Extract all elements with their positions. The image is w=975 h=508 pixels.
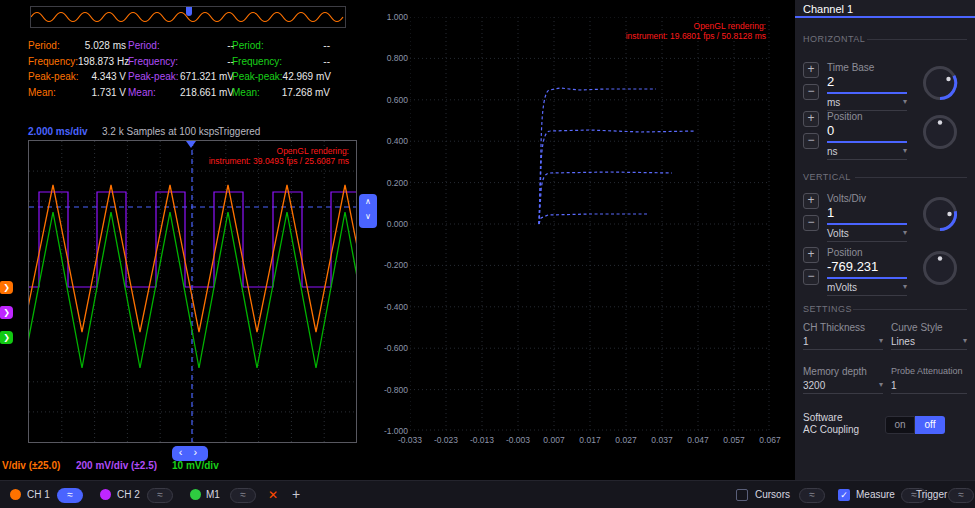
- cursors-settings-button[interactable]: ≈: [799, 488, 825, 503]
- y-tick-label: 0.200: [378, 178, 408, 188]
- measurement-value: 218.661 mV: [180, 87, 234, 98]
- move-up-icon[interactable]: ∧: [359, 194, 377, 209]
- m1-enable-dot[interactable]: [190, 489, 201, 500]
- trigger-label[interactable]: Trigger: [916, 489, 947, 500]
- y-tick-label: 1.000: [378, 12, 408, 22]
- time-base-decrement-button[interactable]: −: [803, 84, 819, 100]
- measurement-value: 17.268 mV: [282, 87, 330, 98]
- measure-label[interactable]: Measure: [856, 489, 895, 500]
- channel-mover-widget[interactable]: ∧ ∨: [359, 194, 377, 228]
- time-base-unit-dropdown[interactable]: ms ▾: [827, 97, 907, 111]
- measurement-value: 42.969 mV: [283, 71, 331, 82]
- ch1-tab[interactable]: CH 1: [27, 489, 50, 500]
- y-tick-label: 0.800: [378, 53, 408, 63]
- section-vertical: VERTICAL: [803, 172, 851, 182]
- x-tick-label: 0.007: [534, 435, 574, 445]
- section-divider: [855, 177, 967, 178]
- h-position-value[interactable]: 0: [827, 123, 834, 138]
- ch2-settings-button[interactable]: ≈: [147, 488, 173, 503]
- m1-settings-button[interactable]: ≈: [230, 488, 256, 503]
- chevron-down-icon: ▾: [879, 336, 883, 349]
- measurement-value: 4.343 V: [92, 71, 126, 82]
- curve-style-dropdown[interactable]: Lines ▾: [891, 336, 967, 350]
- time-base-unit: ms: [827, 97, 840, 110]
- measurement-value: 5.028 ms: [85, 40, 126, 51]
- ch2-tab[interactable]: CH 2: [117, 489, 140, 500]
- move-down-icon[interactable]: ∨: [359, 209, 377, 224]
- chevron-down-icon: ▾: [903, 146, 907, 159]
- chevron-down-icon: ▾: [963, 336, 967, 349]
- scope-plot-canvas: [29, 141, 356, 442]
- probe-attenuation-input[interactable]: 1: [891, 380, 967, 394]
- ac-coupling-on-button[interactable]: on: [885, 416, 915, 434]
- measurement-value: --: [323, 40, 330, 51]
- v-position-knob[interactable]: [921, 249, 959, 287]
- chevron-down-icon: ▾: [903, 282, 907, 295]
- timebase-info: 2.000 ms/div: [28, 126, 87, 137]
- ac-coupling-label-line2: AC Coupling: [803, 424, 859, 435]
- scope-scrollbar-handle[interactable]: ‹ ›: [172, 446, 208, 461]
- ch-thickness-dropdown[interactable]: 1 ▾: [803, 336, 883, 350]
- m1-offset-handle[interactable]: ❯: [0, 331, 13, 344]
- time-base-underline: [827, 92, 907, 94]
- ch1-scale-label: V/div (±25.0): [2, 460, 60, 471]
- acquisition-preview-strip[interactable]: [30, 6, 346, 28]
- volts-div-knob[interactable]: [921, 195, 959, 233]
- ch1-enable-dot[interactable]: [10, 489, 21, 500]
- h-position-decrement-button[interactable]: −: [803, 133, 819, 149]
- volts-div-unit-dropdown[interactable]: Volts ▾: [827, 228, 907, 242]
- cursors-label[interactable]: Cursors: [755, 489, 790, 500]
- h-position-unit-dropdown[interactable]: ns ▾: [827, 146, 907, 160]
- trigger-settings-button[interactable]: ≈: [948, 488, 974, 503]
- x-tick-label: -0.013: [462, 435, 502, 445]
- measure-checkbox[interactable]: ✓: [838, 489, 850, 501]
- v-position-value[interactable]: -769.231: [827, 259, 878, 274]
- volts-div-value[interactable]: 1: [827, 205, 834, 220]
- section-settings: SETTINGS: [803, 304, 852, 314]
- add-channel-icon[interactable]: +: [292, 486, 300, 502]
- h-position-knob[interactable]: [921, 113, 959, 151]
- ch2-enable-dot[interactable]: [100, 489, 111, 500]
- y-tick-label: -0.600: [378, 343, 408, 353]
- x-tick-label: 0.027: [606, 435, 646, 445]
- measurements-m1: Period:-- Frequency:-- Peak-peak:42.969 …: [232, 40, 330, 102]
- v-position-label: Position: [827, 247, 863, 258]
- preview-position-marker[interactable]: [186, 7, 192, 16]
- time-base-increment-button[interactable]: +: [803, 62, 819, 78]
- measurements-ch1: Period:5.028 ms Frequency:198.873 Hz Pea…: [28, 40, 126, 102]
- trigger-position-marker[interactable]: [186, 141, 196, 148]
- h-position-unit: ns: [827, 146, 838, 159]
- v-position-decrement-button[interactable]: −: [803, 269, 819, 285]
- xy-plot-canvas: [410, 17, 770, 431]
- settings-icon: ≈: [958, 489, 964, 500]
- xy-plot[interactable]: OpenGL rendering: instrument: 19.6801 fp…: [410, 17, 770, 431]
- v-position-increment-button[interactable]: +: [803, 247, 819, 263]
- handle-arrow-icon: ❯: [3, 308, 10, 317]
- ch-thickness-value: 1: [803, 336, 809, 349]
- probe-attenuation-value: 1: [891, 380, 897, 393]
- ch2-offset-handle[interactable]: ❯: [0, 306, 13, 319]
- oscilloscope-app: Period:5.028 ms Frequency:198.873 Hz Pea…: [0, 0, 975, 508]
- scope-plot[interactable]: OpenGL rendering: instrument: 39.0493 fp…: [28, 140, 357, 443]
- ac-coupling-off-button[interactable]: off: [915, 416, 945, 434]
- volts-div-decrement-button[interactable]: −: [803, 215, 819, 231]
- measurement-label: Frequency:: [232, 56, 282, 67]
- measurement-label: Period:: [28, 40, 60, 51]
- time-base-value[interactable]: 2: [827, 74, 834, 89]
- volts-div-increment-button[interactable]: +: [803, 193, 819, 209]
- curve-style-label: Curve Style: [891, 322, 943, 333]
- cursors-checkbox[interactable]: [736, 489, 748, 501]
- time-base-knob[interactable]: [921, 64, 959, 102]
- bottom-bar: CH 1 ≈ CH 2 ≈ M1 ≈ ✕ + Cursors ≈ ✓ Measu…: [0, 480, 975, 508]
- ch1-settings-button[interactable]: ≈: [57, 488, 83, 503]
- xy-curves: [539, 88, 696, 224]
- close-math-icon[interactable]: ✕: [268, 488, 278, 502]
- memory-depth-dropdown[interactable]: 3200 ▾: [803, 380, 883, 394]
- ch1-offset-handle[interactable]: ❯: [0, 281, 13, 294]
- h-position-increment-button[interactable]: +: [803, 111, 819, 127]
- measurement-label: Peak-peak:: [232, 71, 283, 82]
- m1-tab[interactable]: M1: [206, 489, 220, 500]
- measurements-ch2: Period:-- Frequency:-- Peak-peak:671.321…: [128, 40, 234, 102]
- v-position-unit-dropdown[interactable]: mVolts ▾: [827, 282, 907, 296]
- measurement-label: Period:: [232, 40, 264, 51]
